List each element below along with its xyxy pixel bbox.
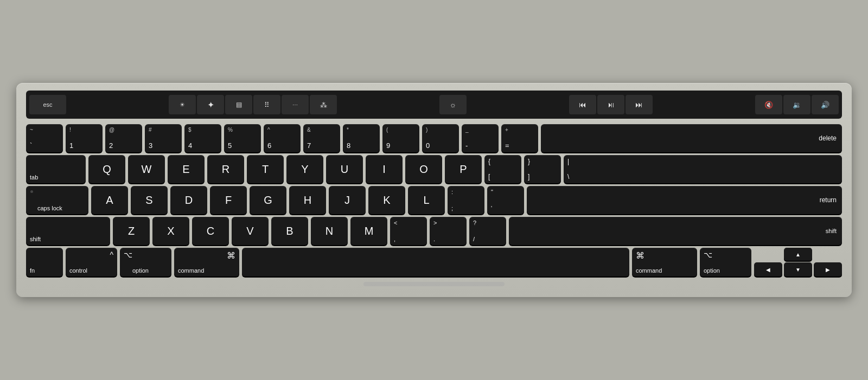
5-key[interactable]: % 5 bbox=[224, 124, 261, 152]
tb-play-pause-key[interactable]: ⏯ bbox=[597, 95, 624, 114]
v-key[interactable]: V bbox=[232, 217, 269, 245]
trackpad-hint bbox=[363, 282, 505, 286]
d-key[interactable]: D bbox=[170, 186, 207, 214]
right-command-key[interactable]: ⌘ command bbox=[632, 248, 697, 276]
delete-key[interactable]: delete bbox=[541, 124, 842, 152]
left-option-key[interactable]: ⌥ option bbox=[120, 248, 171, 276]
equals-key[interactable]: + = bbox=[501, 124, 538, 152]
tb-kb-brightness-up-key[interactable]: ⁂ bbox=[310, 95, 337, 114]
tb-rewind-key[interactable]: ⏮ bbox=[569, 95, 596, 114]
control-key[interactable]: ^ control bbox=[66, 248, 117, 276]
tb-kb-brightness-down-key[interactable]: ⋯ bbox=[282, 95, 309, 114]
tb-mission-control-key[interactable]: ▤ bbox=[225, 95, 252, 114]
h-key[interactable]: H bbox=[289, 186, 326, 214]
0-key[interactable]: ) 0 bbox=[422, 124, 459, 152]
left-shift-key[interactable]: shift bbox=[26, 217, 110, 245]
7-key[interactable]: & 7 bbox=[303, 124, 340, 152]
8-key[interactable]: * 8 bbox=[343, 124, 380, 152]
fn-key[interactable]: fn bbox=[26, 248, 63, 276]
modifier-row: fn ^ control ⌥ option ⌘ command ⌘ comman… bbox=[26, 248, 842, 276]
a-key[interactable]: A bbox=[91, 186, 128, 214]
spacebar[interactable] bbox=[242, 248, 629, 276]
3-key[interactable]: # 3 bbox=[145, 124, 182, 152]
2-key[interactable]: @ 2 bbox=[105, 124, 142, 152]
arrow-cluster: ▲ ◀ ▼ ▶ bbox=[754, 248, 842, 276]
comma-key[interactable]: < , bbox=[390, 217, 427, 245]
tb-launchpad-key[interactable]: ⠿ bbox=[253, 95, 280, 114]
tb-mute-key[interactable]: 🔇 bbox=[755, 95, 782, 114]
1-key[interactable]: ! 1 bbox=[66, 124, 103, 152]
left-command-key[interactable]: ⌘ command bbox=[174, 248, 239, 276]
semicolon-key[interactable]: : ; bbox=[448, 186, 484, 214]
c-key[interactable]: C bbox=[192, 217, 229, 245]
right-bracket-key[interactable]: } ] bbox=[524, 155, 561, 183]
o-key[interactable]: O bbox=[405, 155, 442, 183]
4-key[interactable]: $ 4 bbox=[184, 124, 221, 152]
tb-esc-key[interactable]: esc bbox=[29, 95, 66, 114]
y-key[interactable]: Y bbox=[286, 155, 323, 183]
r-key[interactable]: R bbox=[207, 155, 244, 183]
trackpad-area bbox=[26, 282, 842, 286]
g-key[interactable]: G bbox=[250, 186, 286, 214]
backslash-key[interactable]: | \ bbox=[564, 155, 842, 183]
tb-brightness-down-key[interactable]: ☀︎ bbox=[169, 95, 196, 114]
left-arrow-key[interactable]: ◀ bbox=[754, 262, 782, 276]
u-key[interactable]: U bbox=[326, 155, 363, 183]
period-key[interactable]: > . bbox=[430, 217, 467, 245]
slash-key[interactable]: ? / bbox=[469, 217, 506, 245]
z-key[interactable]: Z bbox=[113, 217, 150, 245]
minus-key[interactable]: _ - bbox=[462, 124, 499, 152]
p-key[interactable]: P bbox=[445, 155, 482, 183]
caps-lock-key[interactable]: caps lock bbox=[26, 186, 88, 214]
n-key[interactable]: N bbox=[311, 217, 348, 245]
q-key[interactable]: Q bbox=[88, 155, 125, 183]
i-key[interactable]: I bbox=[366, 155, 403, 183]
w-key[interactable]: W bbox=[128, 155, 165, 183]
f-key[interactable]: F bbox=[210, 186, 247, 214]
right-arrow-key[interactable]: ▶ bbox=[814, 262, 842, 276]
zxcv-row: shift Z X C V B N M < , > . ? / shift bbox=[26, 217, 842, 245]
x-key[interactable]: X bbox=[152, 217, 189, 245]
right-option-key[interactable]: ⌥ option bbox=[700, 248, 751, 276]
j-key[interactable]: J bbox=[329, 186, 366, 214]
tb-volume-down-key[interactable]: 🔉 bbox=[783, 95, 810, 114]
right-shift-key[interactable]: shift bbox=[509, 217, 842, 245]
left-bracket-key[interactable]: { [ bbox=[484, 155, 521, 183]
9-key[interactable]: ( 9 bbox=[382, 124, 419, 152]
backtick-key[interactable]: ~ ` bbox=[26, 124, 63, 152]
keyboard: esc ☀︎ ✦ ▤ ⠿ ⋯ ⁂ ☼ ⏮ ⏯ ⏭ 🔇 🔉 🔊 bbox=[16, 83, 852, 297]
tb-brightness-up-key[interactable]: ✦ bbox=[197, 95, 224, 114]
number-row: ~ ` ! 1 @ 2 # 3 $ 4 % 5 bbox=[26, 124, 842, 152]
e-key[interactable]: E bbox=[168, 155, 205, 183]
s-key[interactable]: S bbox=[131, 186, 168, 214]
down-arrow-key[interactable]: ▼ bbox=[784, 262, 812, 276]
k-key[interactable]: K bbox=[368, 186, 405, 214]
tb-fast-forward-key[interactable]: ⏭ bbox=[626, 95, 653, 114]
asdf-row: caps lock A S D F G H J K L : ; " ' retu… bbox=[26, 186, 842, 214]
b-key[interactable]: B bbox=[271, 217, 308, 245]
m-key[interactable]: M bbox=[350, 217, 387, 245]
touch-bar: esc ☀︎ ✦ ▤ ⠿ ⋯ ⁂ ☼ ⏮ ⏯ ⏭ 🔇 🔉 🔊 bbox=[26, 91, 842, 119]
return-key[interactable]: return bbox=[527, 186, 842, 214]
tb-display-brightness-key[interactable]: ☼ bbox=[439, 95, 467, 114]
6-key[interactable]: ^ 6 bbox=[264, 124, 301, 152]
caps-lock-indicator bbox=[30, 190, 33, 193]
quote-key[interactable]: " ' bbox=[487, 186, 524, 214]
tab-key[interactable]: tab bbox=[26, 155, 86, 183]
l-key[interactable]: L bbox=[408, 186, 445, 214]
keyboard-rows: ~ ` ! 1 @ 2 # 3 $ 4 % 5 bbox=[26, 124, 842, 276]
qwerty-row: tab Q W E R T Y U I O P { [ } ] | \ bbox=[26, 155, 842, 183]
up-arrow-key[interactable]: ▲ bbox=[784, 248, 812, 261]
t-key[interactable]: T bbox=[247, 155, 284, 183]
tb-volume-up-key[interactable]: 🔊 bbox=[812, 95, 839, 114]
